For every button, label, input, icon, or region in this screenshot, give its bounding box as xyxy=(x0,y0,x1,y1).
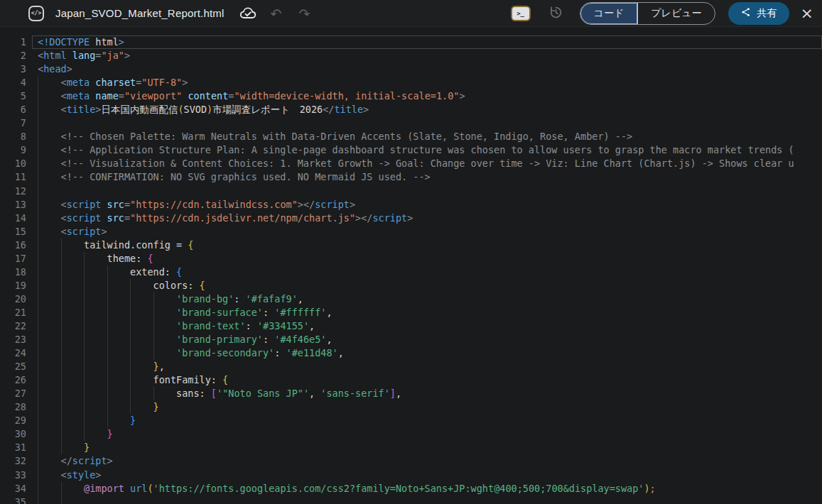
line-number: 34 xyxy=(0,482,26,495)
line-number: 8 xyxy=(0,130,26,143)
code-line: 25 }, xyxy=(0,360,822,373)
redo-icon: ↷ xyxy=(299,6,310,21)
line-number: 28 xyxy=(0,400,26,414)
share-label: 共有 xyxy=(757,7,777,20)
code-line-content: <!-- Application Structure Plan: A singl… xyxy=(32,143,822,157)
code-lines: 1<!DOCTYPE html>2<html lang="ja">3<head>… xyxy=(0,35,822,504)
line-number: 20 xyxy=(0,292,26,306)
code-line: 34 @import url('https://fonts.googleapis… xyxy=(0,482,822,495)
code-line-content: <title>日本国内動画配信(SVOD)市場調査レポート 2026</titl… xyxy=(32,103,822,116)
code-line: 26 fontFamily: { xyxy=(0,373,822,387)
line-number: 4 xyxy=(0,76,26,89)
code-line-content: fontFamily: { xyxy=(32,373,822,387)
line-number: 30 xyxy=(0,427,26,441)
code-line: 10 <!-- Visualization & Content Choices:… xyxy=(0,157,822,170)
line-number: 33 xyxy=(0,469,26,482)
console-button[interactable]: >_ xyxy=(512,7,529,20)
tab-preview[interactable]: プレビュー xyxy=(637,3,714,24)
code-line-content: } xyxy=(32,400,822,414)
code-line: 33 <style> xyxy=(0,469,822,482)
line-number: 25 xyxy=(0,360,26,373)
toolbar: </> Japan_SVOD_Market_Report.html ↶ ↷ >_… xyxy=(0,0,822,27)
code-line-content: <!-- CONFIRMATION: NO SVG graphics used.… xyxy=(32,170,822,184)
code-line-content: <html lang="ja"> xyxy=(32,49,822,62)
code-line-content: <!DOCTYPE html> xyxy=(32,35,822,49)
code-line: 16 tailwind.config = { xyxy=(0,239,822,252)
code-line-content: <meta charset="UTF-8"> xyxy=(32,76,822,89)
line-number: 13 xyxy=(0,198,26,212)
code-line-content: extend: { xyxy=(32,265,822,279)
indent-guide xyxy=(38,185,38,198)
code-line: 21 'brand-surface': '#ffffff', xyxy=(0,306,822,319)
history-button[interactable] xyxy=(548,4,564,23)
code-line: 31 } xyxy=(0,441,822,454)
redo-button[interactable]: ↷ xyxy=(296,4,314,23)
code-line: 22 'brand-text': '#334155', xyxy=(0,319,822,333)
code-line-content xyxy=(32,495,822,504)
code-line: 8 <!-- Chosen Palette: Warm Neutrals wit… xyxy=(0,130,822,143)
code-line-content: <head> xyxy=(32,62,822,76)
code-line-content: sans: ['"Noto Sans JP"', 'sans-serif'], xyxy=(32,387,822,400)
code-line: 4 <meta charset="UTF-8"> xyxy=(0,76,822,89)
code-line: 6 <title>日本国内動画配信(SVOD)市場調査レポート 2026</ti… xyxy=(0,103,822,116)
code-line: 18 extend: { xyxy=(0,265,822,279)
line-number: 6 xyxy=(0,103,26,116)
line-number: 11 xyxy=(0,170,26,184)
undo-button[interactable]: ↶ xyxy=(267,4,286,23)
code-line: 11 <!-- CONFIRMATION: NO SVG graphics us… xyxy=(0,170,822,184)
code-line-content: 'brand-bg': '#fafaf9', xyxy=(32,292,822,306)
tab-code[interactable]: コード xyxy=(580,3,638,24)
line-number: 26 xyxy=(0,373,26,387)
code-line-content: } xyxy=(32,427,822,441)
code-line: 14 <script src="https://cdn.jsdelivr.net… xyxy=(0,212,822,225)
indent-guide xyxy=(61,495,62,504)
code-line-content: <meta name="viewport" content="width=dev… xyxy=(32,89,822,103)
history-icon xyxy=(548,4,564,23)
code-line: 20 'brand-bg': '#fafaf9', xyxy=(0,292,822,306)
code-line-content: 'brand-primary': '#4f46e5', xyxy=(32,333,822,346)
line-number: 18 xyxy=(0,265,26,279)
code-line: 9 <!-- Application Structure Plan: A sin… xyxy=(0,143,822,157)
code-line-content: }, xyxy=(32,360,822,373)
line-number: 27 xyxy=(0,387,26,400)
code-line: 13 <script src="https://cdn.tailwindcss.… xyxy=(0,198,822,212)
code-line: 35 xyxy=(0,495,822,504)
code-line: 3<head> xyxy=(0,62,822,76)
close-icon: × xyxy=(801,4,813,22)
code-file-icon: </> xyxy=(28,6,44,21)
code-line: 30 } xyxy=(0,427,822,441)
share-icon xyxy=(740,6,752,20)
code-preview-toggle: コード プレビュー xyxy=(580,2,715,25)
line-number: 12 xyxy=(0,185,26,198)
line-number: 14 xyxy=(0,212,26,225)
share-button[interactable]: 共有 xyxy=(728,2,789,25)
indent-guide xyxy=(38,495,38,504)
code-line: 12 xyxy=(0,185,822,198)
close-button[interactable]: × xyxy=(801,6,813,21)
line-number: 9 xyxy=(0,143,26,157)
code-line-content: <script> xyxy=(32,225,822,239)
code-line-content: @import url('https://fonts.googleapis.co… xyxy=(32,482,822,495)
code-line-content xyxy=(32,116,822,130)
code-line: 19 colors: { xyxy=(0,279,822,292)
line-number: 10 xyxy=(0,157,26,170)
code-line: 5 <meta name="viewport" content="width=d… xyxy=(0,89,822,103)
line-number: 29 xyxy=(0,414,26,427)
console-icon: >_ xyxy=(517,10,524,17)
filename: Japan_SVOD_Market_Report.html xyxy=(55,7,225,19)
code-line: 7 xyxy=(0,116,822,130)
code-line: 24 'brand-secondary': '#e11d48', xyxy=(0,346,822,360)
code-line: 1<!DOCTYPE html> xyxy=(0,35,822,49)
line-number: 1 xyxy=(0,35,26,49)
line-number: 19 xyxy=(0,279,26,292)
code-line: 15 <script> xyxy=(0,225,822,239)
line-number: 31 xyxy=(0,441,26,454)
undo-icon: ↶ xyxy=(271,6,282,21)
line-number: 3 xyxy=(0,62,26,76)
code-line-content: } xyxy=(32,441,822,454)
code-line-content: 'brand-surface': '#ffffff', xyxy=(32,306,822,319)
code-editor[interactable]: 1<!DOCTYPE html>2<html lang="ja">3<head>… xyxy=(0,27,822,504)
line-number: 32 xyxy=(0,454,26,468)
code-line-content: </script> xyxy=(32,454,822,468)
line-number: 35 xyxy=(0,495,26,504)
